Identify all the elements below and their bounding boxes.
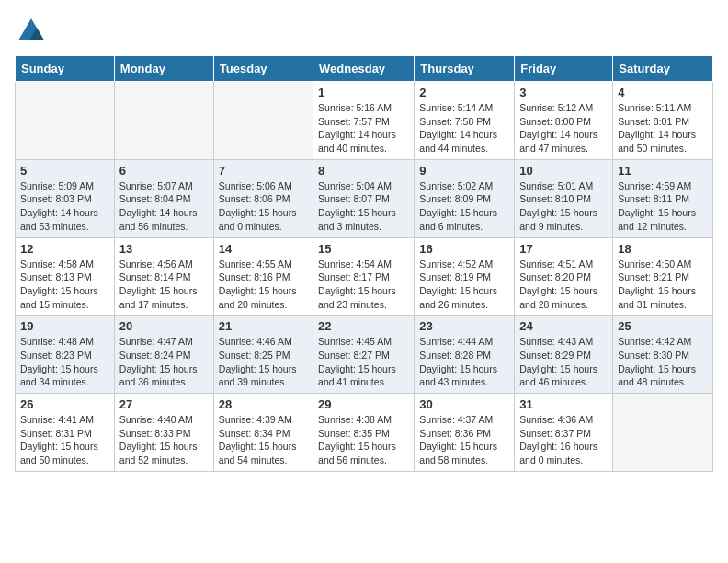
day-number: 25 — [618, 319, 708, 333]
calendar-cell — [213, 82, 313, 160]
weekday-header: Friday — [515, 56, 613, 82]
weekday-header: Tuesday — [213, 56, 313, 82]
calendar-cell: 1Sunrise: 5:16 AM Sunset: 7:57 PM Daylig… — [313, 82, 415, 160]
day-number: 24 — [519, 319, 608, 333]
day-number: 11 — [618, 164, 708, 178]
day-number: 14 — [219, 242, 308, 256]
day-info: Sunrise: 4:54 AM Sunset: 8:17 PM Dayligh… — [318, 258, 409, 312]
calendar-cell: 4Sunrise: 5:11 AM Sunset: 8:01 PM Daylig… — [613, 82, 713, 160]
calendar-cell: 22Sunrise: 4:45 AM Sunset: 8:27 PM Dayli… — [313, 316, 415, 394]
day-number: 28 — [219, 397, 308, 411]
day-number: 2 — [419, 86, 509, 99]
day-number: 9 — [419, 164, 509, 178]
day-number: 22 — [318, 319, 409, 333]
day-info: Sunrise: 5:06 AM Sunset: 8:06 PM Dayligh… — [219, 179, 308, 234]
calendar-week-row: 1Sunrise: 5:16 AM Sunset: 7:57 PM Daylig… — [16, 82, 713, 160]
calendar-week-row: 12Sunrise: 4:58 AM Sunset: 8:13 PM Dayli… — [16, 237, 713, 316]
calendar-cell: 31Sunrise: 4:36 AM Sunset: 8:37 PM Dayli… — [515, 394, 613, 472]
day-number: 23 — [419, 319, 509, 333]
day-number: 8 — [318, 164, 409, 178]
day-number: 15 — [318, 242, 409, 256]
day-number: 17 — [519, 242, 608, 256]
calendar-week-row: 5Sunrise: 5:09 AM Sunset: 8:03 PM Daylig… — [16, 159, 713, 237]
calendar-cell: 16Sunrise: 4:52 AM Sunset: 8:19 PM Dayli… — [415, 237, 515, 316]
day-info: Sunrise: 4:37 AM Sunset: 8:36 PM Dayligh… — [419, 413, 509, 467]
day-number: 26 — [20, 397, 109, 411]
day-info: Sunrise: 4:40 AM Sunset: 8:33 PM Dayligh… — [119, 413, 209, 467]
logo-icon — [15, 15, 48, 48]
day-number: 29 — [318, 397, 409, 411]
day-info: Sunrise: 5:14 AM Sunset: 7:58 PM Dayligh… — [419, 101, 509, 155]
day-info: Sunrise: 4:52 AM Sunset: 8:19 PM Dayligh… — [419, 258, 509, 312]
calendar-cell: 20Sunrise: 4:47 AM Sunset: 8:24 PM Dayli… — [114, 316, 213, 394]
weekday-header-row: SundayMondayTuesdayWednesdayThursdayFrid… — [16, 56, 713, 82]
calendar-cell: 24Sunrise: 4:43 AM Sunset: 8:29 PM Dayli… — [515, 316, 613, 394]
day-number: 4 — [618, 86, 708, 99]
calendar-cell: 15Sunrise: 4:54 AM Sunset: 8:17 PM Dayli… — [313, 237, 415, 316]
calendar-cell: 30Sunrise: 4:37 AM Sunset: 8:36 PM Dayli… — [415, 394, 515, 472]
day-info: Sunrise: 4:38 AM Sunset: 8:35 PM Dayligh… — [318, 413, 409, 467]
day-info: Sunrise: 4:56 AM Sunset: 8:14 PM Dayligh… — [119, 258, 209, 312]
calendar-cell — [16, 82, 115, 160]
day-number: 20 — [119, 319, 209, 333]
day-number: 6 — [119, 164, 209, 178]
day-number: 19 — [20, 319, 109, 333]
calendar-cell: 18Sunrise: 4:50 AM Sunset: 8:21 PM Dayli… — [613, 237, 713, 316]
day-info: Sunrise: 4:46 AM Sunset: 8:25 PM Dayligh… — [219, 335, 308, 389]
day-info: Sunrise: 4:43 AM Sunset: 8:29 PM Dayligh… — [519, 335, 608, 389]
calendar-cell: 9Sunrise: 5:02 AM Sunset: 8:09 PM Daylig… — [415, 159, 515, 237]
day-number: 5 — [20, 164, 109, 178]
day-number: 27 — [119, 397, 209, 411]
day-info: Sunrise: 5:02 AM Sunset: 8:09 PM Dayligh… — [419, 179, 509, 234]
day-info: Sunrise: 5:09 AM Sunset: 8:03 PM Dayligh… — [20, 179, 109, 234]
logo — [15, 15, 51, 48]
calendar-table: SundayMondayTuesdayWednesdayThursdayFrid… — [15, 55, 713, 472]
calendar-week-row: 19Sunrise: 4:48 AM Sunset: 8:23 PM Dayli… — [16, 316, 713, 394]
calendar-cell: 17Sunrise: 4:51 AM Sunset: 8:20 PM Dayli… — [515, 237, 613, 316]
day-number: 3 — [519, 86, 608, 99]
calendar-week-row: 26Sunrise: 4:41 AM Sunset: 8:31 PM Dayli… — [16, 394, 713, 472]
weekday-header: Sunday — [16, 56, 115, 82]
day-info: Sunrise: 4:44 AM Sunset: 8:28 PM Dayligh… — [419, 335, 509, 389]
day-info: Sunrise: 4:41 AM Sunset: 8:31 PM Dayligh… — [20, 413, 109, 467]
day-number: 12 — [20, 242, 109, 256]
day-info: Sunrise: 4:42 AM Sunset: 8:30 PM Dayligh… — [618, 335, 708, 389]
day-number: 13 — [119, 242, 209, 256]
day-number: 30 — [419, 397, 509, 411]
day-number: 1 — [318, 86, 409, 99]
weekday-header: Thursday — [415, 56, 515, 82]
day-info: Sunrise: 5:07 AM Sunset: 8:04 PM Dayligh… — [119, 179, 209, 234]
day-number: 16 — [419, 242, 509, 256]
day-info: Sunrise: 5:11 AM Sunset: 8:01 PM Dayligh… — [618, 101, 708, 155]
calendar-cell: 7Sunrise: 5:06 AM Sunset: 8:06 PM Daylig… — [213, 159, 313, 237]
calendar-cell — [114, 82, 213, 160]
day-number: 7 — [219, 164, 308, 178]
day-number: 18 — [618, 242, 708, 256]
day-info: Sunrise: 4:55 AM Sunset: 8:16 PM Dayligh… — [219, 258, 308, 312]
calendar-cell: 10Sunrise: 5:01 AM Sunset: 8:10 PM Dayli… — [515, 159, 613, 237]
page-header — [15, 15, 713, 48]
day-number: 31 — [519, 397, 608, 411]
calendar-cell: 19Sunrise: 4:48 AM Sunset: 8:23 PM Dayli… — [16, 316, 115, 394]
calendar-cell: 3Sunrise: 5:12 AM Sunset: 8:00 PM Daylig… — [515, 82, 613, 160]
calendar-cell: 25Sunrise: 4:42 AM Sunset: 8:30 PM Dayli… — [613, 316, 713, 394]
day-info: Sunrise: 4:39 AM Sunset: 8:34 PM Dayligh… — [219, 413, 308, 467]
day-info: Sunrise: 4:50 AM Sunset: 8:21 PM Dayligh… — [618, 258, 708, 312]
calendar-cell: 8Sunrise: 5:04 AM Sunset: 8:07 PM Daylig… — [313, 159, 415, 237]
calendar-cell: 21Sunrise: 4:46 AM Sunset: 8:25 PM Dayli… — [213, 316, 313, 394]
weekday-header: Saturday — [613, 56, 713, 82]
day-number: 10 — [519, 164, 608, 178]
calendar-cell: 26Sunrise: 4:41 AM Sunset: 8:31 PM Dayli… — [16, 394, 115, 472]
calendar-cell: 11Sunrise: 4:59 AM Sunset: 8:11 PM Dayli… — [613, 159, 713, 237]
calendar-cell: 5Sunrise: 5:09 AM Sunset: 8:03 PM Daylig… — [16, 159, 115, 237]
day-info: Sunrise: 4:48 AM Sunset: 8:23 PM Dayligh… — [20, 335, 109, 389]
day-info: Sunrise: 5:04 AM Sunset: 8:07 PM Dayligh… — [318, 179, 409, 234]
calendar-cell: 28Sunrise: 4:39 AM Sunset: 8:34 PM Dayli… — [213, 394, 313, 472]
weekday-header: Wednesday — [313, 56, 415, 82]
day-info: Sunrise: 4:58 AM Sunset: 8:13 PM Dayligh… — [20, 258, 109, 312]
day-info: Sunrise: 4:51 AM Sunset: 8:20 PM Dayligh… — [519, 258, 608, 312]
calendar-cell: 14Sunrise: 4:55 AM Sunset: 8:16 PM Dayli… — [213, 237, 313, 316]
day-info: Sunrise: 5:16 AM Sunset: 7:57 PM Dayligh… — [318, 101, 409, 155]
calendar-cell: 12Sunrise: 4:58 AM Sunset: 8:13 PM Dayli… — [16, 237, 115, 316]
day-info: Sunrise: 4:36 AM Sunset: 8:37 PM Dayligh… — [519, 413, 608, 467]
